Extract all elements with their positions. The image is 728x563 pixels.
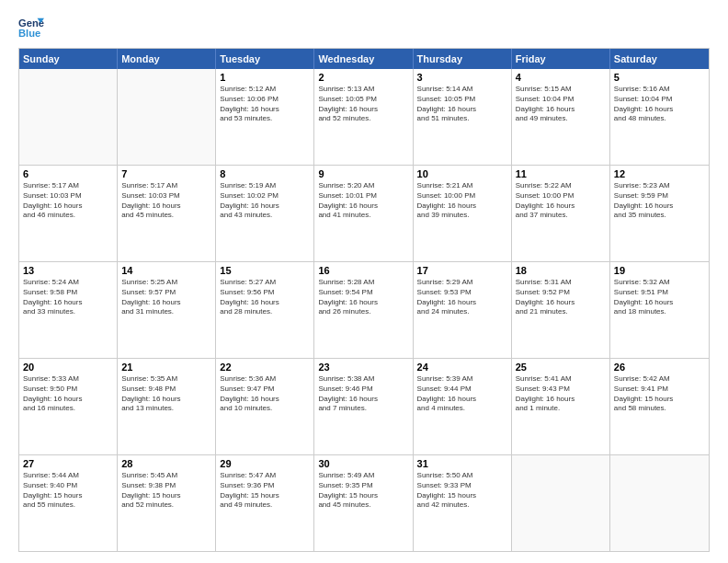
calendar-day-8: 8Sunrise: 5:19 AM Sunset: 10:02 PM Dayli… [216,166,314,261]
day-number: 13 [23,265,113,276]
day-number: 1 [220,72,310,83]
day-info: Sunrise: 5:17 AM Sunset: 10:03 PM Daylig… [121,181,211,221]
day-number: 7 [121,168,211,179]
day-number: 4 [516,72,606,83]
calendar-week-3: 13Sunrise: 5:24 AM Sunset: 9:58 PM Dayli… [19,261,709,358]
day-number: 27 [23,458,113,469]
day-number: 16 [318,265,408,276]
calendar-day-30: 30Sunrise: 5:49 AM Sunset: 9:35 PM Dayli… [314,455,413,551]
day-number: 11 [516,168,606,179]
day-number: 14 [121,265,211,276]
day-number: 5 [614,72,705,83]
calendar-body: 1Sunrise: 5:12 AM Sunset: 10:06 PM Dayli… [19,69,709,551]
calendar-day-28: 28Sunrise: 5:45 AM Sunset: 9:38 PM Dayli… [118,455,216,551]
day-info: Sunrise: 5:33 AM Sunset: 9:50 PM Dayligh… [23,374,113,414]
calendar-day-2: 2Sunrise: 5:13 AM Sunset: 10:05 PM Dayli… [314,69,413,165]
day-info: Sunrise: 5:42 AM Sunset: 9:41 PM Dayligh… [614,374,705,414]
day-info: Sunrise: 5:15 AM Sunset: 10:04 PM Daylig… [516,85,606,124]
calendar-empty-cell [512,455,610,551]
day-info: Sunrise: 5:24 AM Sunset: 9:58 PM Dayligh… [23,278,113,317]
header: General Blue [18,15,710,40]
day-info: Sunrise: 5:39 AM Sunset: 9:44 PM Dayligh… [417,374,507,414]
day-number: 29 [220,458,310,469]
calendar-header-sunday: Sunday [19,49,118,69]
calendar-header-monday: Monday [118,49,216,69]
calendar-day-25: 25Sunrise: 5:41 AM Sunset: 9:43 PM Dayli… [512,359,610,454]
day-number: 22 [220,362,310,373]
calendar-day-14: 14Sunrise: 5:25 AM Sunset: 9:57 PM Dayli… [118,262,216,358]
day-number: 8 [220,168,310,179]
day-info: Sunrise: 5:19 AM Sunset: 10:02 PM Daylig… [220,181,310,221]
day-info: Sunrise: 5:14 AM Sunset: 10:05 PM Daylig… [417,85,507,124]
day-info: Sunrise: 5:50 AM Sunset: 9:33 PM Dayligh… [417,471,507,511]
calendar-day-26: 26Sunrise: 5:42 AM Sunset: 9:41 PM Dayli… [610,359,709,454]
calendar-empty-cell [610,455,709,551]
day-number: 31 [417,458,507,469]
calendar-header-tuesday: Tuesday [216,49,314,69]
day-number: 26 [614,362,705,373]
day-info: Sunrise: 5:23 AM Sunset: 9:59 PM Dayligh… [614,181,705,221]
day-number: 9 [318,168,408,179]
calendar-week-5: 27Sunrise: 5:44 AM Sunset: 9:40 PM Dayli… [19,454,709,551]
calendar-day-7: 7Sunrise: 5:17 AM Sunset: 10:03 PM Dayli… [118,166,216,261]
calendar-day-24: 24Sunrise: 5:39 AM Sunset: 9:44 PM Dayli… [414,359,512,454]
calendar-day-19: 19Sunrise: 5:32 AM Sunset: 9:51 PM Dayli… [610,262,709,358]
calendar-day-10: 10Sunrise: 5:21 AM Sunset: 10:00 PM Dayl… [414,166,512,261]
calendar-day-22: 22Sunrise: 5:36 AM Sunset: 9:47 PM Dayli… [216,359,314,454]
calendar-day-1: 1Sunrise: 5:12 AM Sunset: 10:06 PM Dayli… [216,69,314,165]
calendar-day-29: 29Sunrise: 5:47 AM Sunset: 9:36 PM Dayli… [216,455,314,551]
day-info: Sunrise: 5:47 AM Sunset: 9:36 PM Dayligh… [220,471,310,511]
calendar-day-9: 9Sunrise: 5:20 AM Sunset: 10:01 PM Dayli… [314,166,413,261]
day-info: Sunrise: 5:16 AM Sunset: 10:04 PM Daylig… [614,85,705,124]
logo-icon: General Blue [18,15,44,40]
day-info: Sunrise: 5:13 AM Sunset: 10:05 PM Daylig… [318,85,408,124]
calendar-header-thursday: Thursday [414,49,512,69]
day-number: 24 [417,362,507,373]
calendar: SundayMondayTuesdayWednesdayThursdayFrid… [18,48,710,552]
calendar-day-5: 5Sunrise: 5:16 AM Sunset: 10:04 PM Dayli… [610,69,709,165]
calendar-day-15: 15Sunrise: 5:27 AM Sunset: 9:56 PM Dayli… [216,262,314,358]
day-info: Sunrise: 5:20 AM Sunset: 10:01 PM Daylig… [318,181,408,221]
day-info: Sunrise: 5:32 AM Sunset: 9:51 PM Dayligh… [614,278,705,317]
logo: General Blue [18,15,48,40]
day-number: 12 [614,168,705,179]
day-number: 21 [121,362,211,373]
day-info: Sunrise: 5:49 AM Sunset: 9:35 PM Dayligh… [318,471,408,511]
day-number: 23 [318,362,408,373]
calendar-week-2: 6Sunrise: 5:17 AM Sunset: 10:03 PM Dayli… [19,165,709,261]
day-number: 30 [318,458,408,469]
calendar-day-11: 11Sunrise: 5:22 AM Sunset: 10:00 PM Dayl… [512,166,610,261]
day-number: 19 [614,265,705,276]
day-info: Sunrise: 5:41 AM Sunset: 9:43 PM Dayligh… [516,374,606,414]
day-info: Sunrise: 5:21 AM Sunset: 10:00 PM Daylig… [417,181,507,221]
calendar-header-wednesday: Wednesday [314,49,413,69]
day-info: Sunrise: 5:28 AM Sunset: 9:54 PM Dayligh… [318,278,408,317]
day-info: Sunrise: 5:44 AM Sunset: 9:40 PM Dayligh… [23,471,113,511]
calendar-header-friday: Friday [512,49,610,69]
calendar-day-21: 21Sunrise: 5:35 AM Sunset: 9:48 PM Dayli… [118,359,216,454]
calendar-day-20: 20Sunrise: 5:33 AM Sunset: 9:50 PM Dayli… [19,359,118,454]
day-info: Sunrise: 5:12 AM Sunset: 10:06 PM Daylig… [220,85,310,124]
day-number: 3 [417,72,507,83]
calendar-empty-cell [19,69,118,165]
page: General Blue SundayMondayTuesdayWednesda… [0,0,728,563]
day-info: Sunrise: 5:38 AM Sunset: 9:46 PM Dayligh… [318,374,408,414]
day-number: 18 [516,265,606,276]
day-info: Sunrise: 5:35 AM Sunset: 9:48 PM Dayligh… [121,374,211,414]
calendar-day-17: 17Sunrise: 5:29 AM Sunset: 9:53 PM Dayli… [414,262,512,358]
calendar-day-3: 3Sunrise: 5:14 AM Sunset: 10:05 PM Dayli… [414,69,512,165]
day-info: Sunrise: 5:45 AM Sunset: 9:38 PM Dayligh… [121,471,211,511]
calendar-header-saturday: Saturday [610,49,709,69]
day-info: Sunrise: 5:22 AM Sunset: 10:00 PM Daylig… [516,181,606,221]
calendar-day-27: 27Sunrise: 5:44 AM Sunset: 9:40 PM Dayli… [19,455,118,551]
calendar-empty-cell [118,69,216,165]
calendar-day-13: 13Sunrise: 5:24 AM Sunset: 9:58 PM Dayli… [19,262,118,358]
day-info: Sunrise: 5:31 AM Sunset: 9:52 PM Dayligh… [516,278,606,317]
svg-text:Blue: Blue [18,28,40,39]
calendar-day-16: 16Sunrise: 5:28 AM Sunset: 9:54 PM Dayli… [314,262,413,358]
day-number: 17 [417,265,507,276]
day-number: 10 [417,168,507,179]
calendar-day-18: 18Sunrise: 5:31 AM Sunset: 9:52 PM Dayli… [512,262,610,358]
day-number: 25 [516,362,606,373]
calendar-day-31: 31Sunrise: 5:50 AM Sunset: 9:33 PM Dayli… [414,455,512,551]
